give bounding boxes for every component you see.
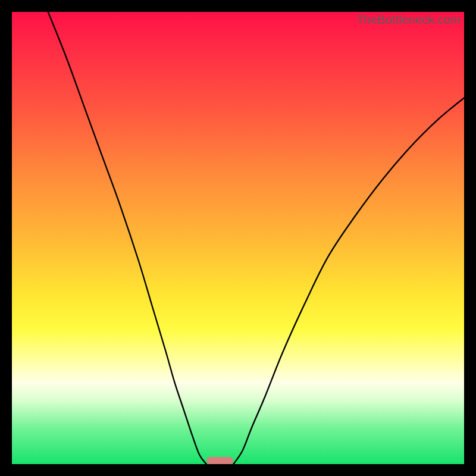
attribution-text: TheBottleneck.com [356, 13, 461, 27]
optimal-marker [206, 457, 234, 464]
chart-frame: TheBottleneck.com [12, 12, 464, 464]
gradient-background [12, 12, 464, 464]
